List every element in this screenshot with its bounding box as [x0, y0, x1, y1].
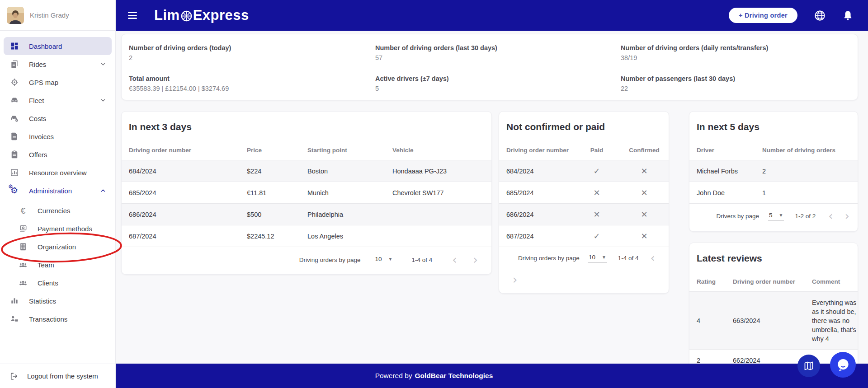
pagination: Drivers by page 5▼ 1-2 of 2 ‹ ›: [689, 204, 858, 228]
card-title: In next 3 days: [122, 112, 491, 140]
sidebar-item-label: Costs: [29, 115, 46, 122]
resource-chart-icon: [9, 168, 20, 177]
payment-card-icon: [18, 224, 28, 233]
map-fab-button[interactable]: [797, 355, 820, 377]
notifications-bell-icon[interactable]: [842, 10, 854, 21]
stat-cell: Number of driving orders (daily rents/tr…: [621, 43, 850, 74]
sidebar-item-gps-map[interactable]: GPS map: [4, 73, 112, 91]
chat-bubble-icon: [835, 357, 851, 373]
sidebar-item-payment-methods[interactable]: Payment methods: [4, 220, 112, 238]
table-row[interactable]: 684/2024 ✓ ✕: [499, 160, 669, 182]
prev-page-button[interactable]: ‹: [449, 254, 459, 266]
statistics-bars-icon: [9, 296, 20, 305]
sidebar-item-label: Administration: [29, 187, 72, 195]
prev-page-button[interactable]: ‹: [648, 252, 658, 264]
card-title: Not confirmed or paid: [499, 112, 669, 140]
chevron-down-icon: [100, 61, 106, 67]
sidebar-item-invoices[interactable]: Invoices: [4, 127, 112, 145]
transactions-icon: [9, 314, 20, 323]
invoice-document-icon: [9, 132, 20, 141]
sidebar-item-organization[interactable]: Organization: [4, 238, 112, 256]
sidebar-item-currencies[interactable]: € Currencies: [4, 201, 112, 220]
team-people-icon: [18, 260, 28, 269]
sidebar-item-label: Statistics: [29, 297, 56, 305]
paid-status-icon: ✓: [574, 166, 619, 176]
sidebar-item-transactions[interactable]: Transactions: [4, 310, 112, 328]
sidebar-item-dashboard[interactable]: Dashboard: [4, 37, 112, 55]
table-header: Driving order number Price Starting poin…: [122, 140, 491, 160]
sidebar-item-label: Transactions: [29, 315, 67, 323]
sidebar: Kristin Grady Dashboard Rides GPS map: [0, 0, 116, 388]
table-row[interactable]: John Doe1: [689, 182, 858, 204]
costs-car-gear-icon: [9, 114, 20, 123]
chat-fab-button[interactable]: [830, 352, 856, 378]
confirmed-status-icon: ✕: [619, 231, 669, 241]
next-page-button[interactable]: ›: [510, 274, 520, 285]
sidebar-item-label: Offers: [29, 151, 47, 159]
euro-icon: €: [18, 206, 28, 215]
sidebar-item-label: Dashboard: [29, 42, 62, 50]
add-driving-order-button[interactable]: + Driving order: [729, 8, 797, 23]
confirmed-status-icon: ✕: [619, 210, 669, 220]
sidebar-item-statistics[interactable]: Statistics: [4, 292, 112, 310]
sidebar-item-label: Team: [38, 261, 54, 269]
table-row[interactable]: 684/2024$224BostonHondaaaa PG-J23: [122, 160, 491, 182]
sidebar-item-administration[interactable]: ⚙⚙ Administration: [4, 182, 112, 200]
card-title: Latest reviews: [689, 243, 858, 272]
sidebar-item-clients[interactable]: Clients: [4, 274, 112, 292]
main-content: Number of driving orders (today)2 Number…: [116, 31, 868, 364]
logo-text-1: Lim: [154, 7, 180, 23]
sidebar-item-label: Invoices: [29, 133, 54, 140]
table-row[interactable]: 687/2024$2245.12Los Angeles: [122, 225, 491, 247]
card-title: In next 5 days: [689, 112, 858, 140]
sidebar-menu: Dashboard Rides GPS map Fleet: [0, 31, 115, 328]
logout-icon: [9, 372, 19, 381]
sidebar-item-rides[interactable]: Rides: [4, 55, 112, 73]
table-row[interactable]: 685/2024€11.81MunichChevrolet SW177: [122, 182, 491, 204]
language-globe-icon[interactable]: [814, 9, 826, 22]
table-row[interactable]: 686/2024 ✕ ✕: [499, 204, 669, 225]
sidebar-item-offers[interactable]: Offers: [4, 145, 112, 164]
not-confirmed-card: Not confirmed or paid Driving order numb…: [499, 111, 669, 294]
rides-icon: [9, 60, 20, 69]
table-row[interactable]: 686/2024$500Philadelphia: [122, 204, 491, 225]
sidebar-item-fleet[interactable]: Fleet: [4, 91, 112, 109]
sidebar-item-label: Payment methods: [38, 225, 92, 233]
sidebar-item-label: Organization: [38, 243, 76, 251]
table-row[interactable]: 687/2024 ✓ ✕: [499, 225, 669, 247]
pagination-range: 1-4 of 4: [411, 257, 432, 263]
stat-cell: Active drivers (±7 days)5: [375, 74, 621, 105]
organization-building-icon: [18, 242, 28, 251]
page-size-select[interactable]: 10▼: [374, 256, 393, 264]
logout-button[interactable]: Logout from the system: [0, 364, 115, 388]
sidebar-item-label: Rides: [29, 61, 46, 68]
sidebar-item-resource-overview[interactable]: Resource overview: [4, 164, 112, 182]
prev-page-button[interactable]: ‹: [826, 210, 835, 222]
pagination: Driving orders by page 10▼ 1-4 of 4 ‹: [499, 247, 669, 269]
sidebar-item-label: Clients: [38, 279, 58, 287]
avatar: [7, 7, 24, 24]
table-row[interactable]: 685/2024 ✕ ✕: [499, 182, 669, 204]
table-header: Driver Number of driving orders: [689, 140, 858, 160]
stat-cell: Number of passengers (last 30 days)22: [621, 74, 850, 105]
next-page-button[interactable]: ›: [471, 254, 481, 266]
offers-clipboard-icon: [9, 150, 20, 159]
chevron-up-icon: [100, 187, 106, 194]
table-row[interactable]: 4 663/2024 Everything was as it should b…: [689, 292, 858, 350]
pagination-label: Drivers by page: [716, 213, 759, 220]
hamburger-menu-icon[interactable]: [128, 12, 137, 19]
next-page-button[interactable]: ›: [842, 210, 852, 222]
sidebar-item-costs[interactable]: Costs: [4, 109, 112, 127]
user-name: Kristin Grady: [30, 11, 69, 19]
pagination-range: 1-4 of 4: [618, 255, 639, 262]
app-footer: Powered by GoldBear Technologies: [116, 364, 868, 388]
review-rating: 4: [697, 317, 733, 324]
page-size-select[interactable]: 10▼: [588, 254, 607, 262]
page-size-select[interactable]: 5▼: [768, 212, 784, 220]
sidebar-item-team[interactable]: Team: [4, 256, 112, 274]
review-order: 663/2024: [733, 317, 812, 324]
table-row[interactable]: Michael Forbs2: [689, 160, 858, 182]
paid-status-icon: ✕: [574, 210, 619, 220]
sidebar-item-label: Currencies: [38, 207, 71, 215]
caret-down-icon: ▼: [779, 213, 783, 218]
